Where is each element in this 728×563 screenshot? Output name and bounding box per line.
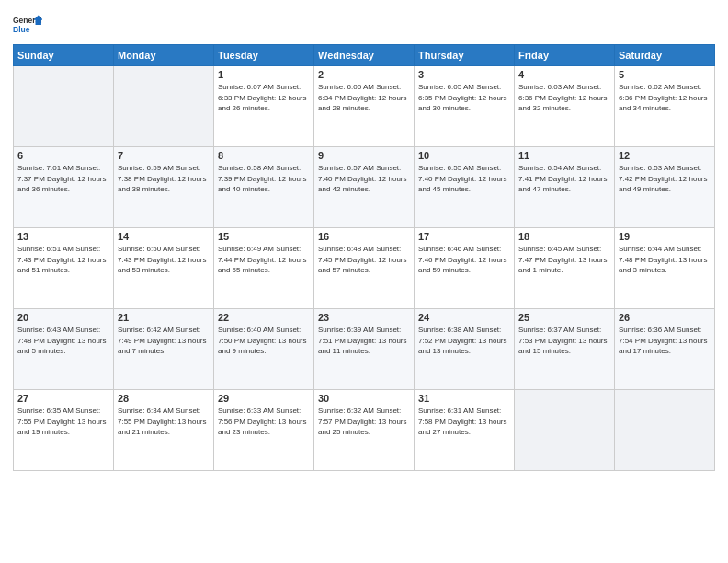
day-number: 13 bbox=[17, 231, 109, 242]
calendar-cell: 17Sunrise: 6:46 AM Sunset: 7:46 PM Dayli… bbox=[415, 228, 515, 309]
cell-content: Sunrise: 6:02 AM Sunset: 6:36 PM Dayligh… bbox=[619, 82, 711, 114]
calendar-cell: 12Sunrise: 6:53 AM Sunset: 7:42 PM Dayli… bbox=[615, 147, 715, 228]
cell-content: Sunrise: 6:38 AM Sunset: 7:52 PM Dayligh… bbox=[418, 325, 510, 357]
cell-content: Sunrise: 6:33 AM Sunset: 7:56 PM Dayligh… bbox=[218, 406, 310, 438]
calendar-cell bbox=[615, 390, 715, 471]
header: General Blue bbox=[13, 9, 715, 39]
calendar-cell: 30Sunrise: 6:32 AM Sunset: 7:57 PM Dayli… bbox=[314, 390, 415, 471]
cell-content: Sunrise: 6:46 AM Sunset: 7:46 PM Dayligh… bbox=[418, 244, 510, 276]
day-number: 12 bbox=[619, 150, 711, 161]
day-number: 17 bbox=[418, 231, 510, 242]
day-number: 11 bbox=[518, 150, 610, 161]
day-number: 3 bbox=[418, 69, 510, 80]
day-number: 27 bbox=[17, 393, 109, 404]
cell-content: Sunrise: 6:44 AM Sunset: 7:48 PM Dayligh… bbox=[619, 244, 711, 276]
calendar-cell: 20Sunrise: 6:43 AM Sunset: 7:48 PM Dayli… bbox=[14, 309, 114, 390]
page: General Blue SundayMondayTuesdayWednesda… bbox=[0, 0, 728, 563]
day-number: 21 bbox=[118, 312, 210, 323]
day-number: 29 bbox=[218, 393, 310, 404]
calendar-cell: 29Sunrise: 6:33 AM Sunset: 7:56 PM Dayli… bbox=[214, 390, 314, 471]
day-number: 9 bbox=[318, 150, 410, 161]
day-number: 16 bbox=[318, 231, 410, 242]
day-number: 25 bbox=[518, 312, 610, 323]
cell-content: Sunrise: 6:54 AM Sunset: 7:41 PM Dayligh… bbox=[518, 163, 610, 195]
logo-svg: General Blue bbox=[13, 9, 42, 39]
calendar-cell: 21Sunrise: 6:42 AM Sunset: 7:49 PM Dayli… bbox=[114, 309, 214, 390]
day-header-tuesday: Tuesday bbox=[214, 45, 314, 66]
day-number: 18 bbox=[518, 231, 610, 242]
calendar-cell bbox=[114, 66, 214, 147]
calendar-cell: 31Sunrise: 6:31 AM Sunset: 7:58 PM Dayli… bbox=[415, 390, 515, 471]
cell-content: Sunrise: 6:06 AM Sunset: 6:34 PM Dayligh… bbox=[318, 82, 410, 114]
calendar-cell: 13Sunrise: 6:51 AM Sunset: 7:43 PM Dayli… bbox=[14, 228, 114, 309]
cell-content: Sunrise: 6:42 AM Sunset: 7:49 PM Dayligh… bbox=[118, 325, 210, 357]
cell-content: Sunrise: 6:34 AM Sunset: 7:55 PM Dayligh… bbox=[118, 406, 210, 438]
calendar-cell: 8Sunrise: 6:58 AM Sunset: 7:39 PM Daylig… bbox=[214, 147, 314, 228]
cell-content: Sunrise: 6:31 AM Sunset: 7:58 PM Dayligh… bbox=[418, 406, 510, 438]
calendar-week-4: 20Sunrise: 6:43 AM Sunset: 7:48 PM Dayli… bbox=[14, 309, 715, 390]
calendar-cell: 27Sunrise: 6:35 AM Sunset: 7:55 PM Dayli… bbox=[14, 390, 114, 471]
calendar-cell: 26Sunrise: 6:36 AM Sunset: 7:54 PM Dayli… bbox=[615, 309, 715, 390]
calendar-cell: 15Sunrise: 6:49 AM Sunset: 7:44 PM Dayli… bbox=[214, 228, 314, 309]
cell-content: Sunrise: 6:51 AM Sunset: 7:43 PM Dayligh… bbox=[17, 244, 109, 276]
calendar-cell: 6Sunrise: 7:01 AM Sunset: 7:37 PM Daylig… bbox=[14, 147, 114, 228]
calendar-cell: 10Sunrise: 6:55 AM Sunset: 7:40 PM Dayli… bbox=[415, 147, 515, 228]
calendar-header-row: SundayMondayTuesdayWednesdayThursdayFrid… bbox=[14, 45, 715, 66]
day-number: 8 bbox=[218, 150, 310, 161]
calendar-cell bbox=[14, 66, 114, 147]
day-number: 24 bbox=[418, 312, 510, 323]
day-number: 1 bbox=[218, 69, 310, 80]
day-number: 10 bbox=[418, 150, 510, 161]
cell-content: Sunrise: 6:48 AM Sunset: 7:45 PM Dayligh… bbox=[318, 244, 410, 276]
day-number: 20 bbox=[17, 312, 109, 323]
calendar-cell: 9Sunrise: 6:57 AM Sunset: 7:40 PM Daylig… bbox=[314, 147, 415, 228]
calendar-cell: 25Sunrise: 6:37 AM Sunset: 7:53 PM Dayli… bbox=[515, 309, 615, 390]
day-number: 2 bbox=[318, 69, 410, 80]
cell-content: Sunrise: 6:55 AM Sunset: 7:40 PM Dayligh… bbox=[418, 163, 510, 195]
day-number: 7 bbox=[118, 150, 210, 161]
day-number: 14 bbox=[118, 231, 210, 242]
logo: General Blue bbox=[13, 9, 42, 39]
calendar-cell: 23Sunrise: 6:39 AM Sunset: 7:51 PM Dayli… bbox=[314, 309, 415, 390]
cell-content: Sunrise: 6:37 AM Sunset: 7:53 PM Dayligh… bbox=[518, 325, 610, 357]
day-header-wednesday: Wednesday bbox=[314, 45, 415, 66]
day-number: 5 bbox=[619, 69, 711, 80]
calendar-cell: 11Sunrise: 6:54 AM Sunset: 7:41 PM Dayli… bbox=[515, 147, 615, 228]
day-number: 19 bbox=[619, 231, 711, 242]
day-header-saturday: Saturday bbox=[615, 45, 715, 66]
day-number: 4 bbox=[518, 69, 610, 80]
day-number: 30 bbox=[318, 393, 410, 404]
svg-text:Blue: Blue bbox=[13, 25, 30, 34]
calendar-cell: 7Sunrise: 6:59 AM Sunset: 7:38 PM Daylig… bbox=[114, 147, 214, 228]
day-number: 26 bbox=[619, 312, 711, 323]
calendar: SundayMondayTuesdayWednesdayThursdayFrid… bbox=[13, 44, 715, 471]
calendar-cell: 5Sunrise: 6:02 AM Sunset: 6:36 PM Daylig… bbox=[615, 66, 715, 147]
cell-content: Sunrise: 6:49 AM Sunset: 7:44 PM Dayligh… bbox=[218, 244, 310, 276]
day-number: 23 bbox=[318, 312, 410, 323]
calendar-week-3: 13Sunrise: 6:51 AM Sunset: 7:43 PM Dayli… bbox=[14, 228, 715, 309]
day-header-sunday: Sunday bbox=[14, 45, 114, 66]
calendar-cell: 18Sunrise: 6:45 AM Sunset: 7:47 PM Dayli… bbox=[515, 228, 615, 309]
calendar-cell bbox=[515, 390, 615, 471]
cell-content: Sunrise: 7:01 AM Sunset: 7:37 PM Dayligh… bbox=[17, 163, 109, 195]
cell-content: Sunrise: 6:39 AM Sunset: 7:51 PM Dayligh… bbox=[318, 325, 410, 357]
calendar-body: 1Sunrise: 6:07 AM Sunset: 6:33 PM Daylig… bbox=[14, 66, 715, 471]
calendar-cell: 22Sunrise: 6:40 AM Sunset: 7:50 PM Dayli… bbox=[214, 309, 314, 390]
cell-content: Sunrise: 6:05 AM Sunset: 6:35 PM Dayligh… bbox=[418, 82, 510, 114]
calendar-cell: 3Sunrise: 6:05 AM Sunset: 6:35 PM Daylig… bbox=[415, 66, 515, 147]
day-number: 15 bbox=[218, 231, 310, 242]
calendar-cell: 14Sunrise: 6:50 AM Sunset: 7:43 PM Dayli… bbox=[114, 228, 214, 309]
cell-content: Sunrise: 6:57 AM Sunset: 7:40 PM Dayligh… bbox=[318, 163, 410, 195]
cell-content: Sunrise: 6:45 AM Sunset: 7:47 PM Dayligh… bbox=[518, 244, 610, 276]
day-header-monday: Monday bbox=[114, 45, 214, 66]
cell-content: Sunrise: 6:53 AM Sunset: 7:42 PM Dayligh… bbox=[619, 163, 711, 195]
cell-content: Sunrise: 6:36 AM Sunset: 7:54 PM Dayligh… bbox=[619, 325, 711, 357]
calendar-cell: 28Sunrise: 6:34 AM Sunset: 7:55 PM Dayli… bbox=[114, 390, 214, 471]
cell-content: Sunrise: 6:03 AM Sunset: 6:36 PM Dayligh… bbox=[518, 82, 610, 114]
cell-content: Sunrise: 6:32 AM Sunset: 7:57 PM Dayligh… bbox=[318, 406, 410, 438]
day-number: 22 bbox=[218, 312, 310, 323]
calendar-cell: 1Sunrise: 6:07 AM Sunset: 6:33 PM Daylig… bbox=[214, 66, 314, 147]
cell-content: Sunrise: 6:35 AM Sunset: 7:55 PM Dayligh… bbox=[17, 406, 109, 438]
calendar-week-2: 6Sunrise: 7:01 AM Sunset: 7:37 PM Daylig… bbox=[14, 147, 715, 228]
day-header-thursday: Thursday bbox=[415, 45, 515, 66]
